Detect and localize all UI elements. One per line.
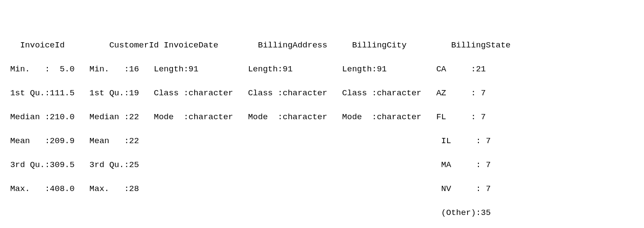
summary-row1-line2: Median :210.0 Median :22 Mode :character…: [5, 112, 496, 122]
summary-row1-line1: 1st Qu.:111.5 1st Qu.:19 Class :characte…: [5, 88, 496, 98]
summary-row1-headers: InvoiceId CustomerId InvoiceDate Billing…: [5, 40, 511, 50]
summary-row1-line4: 3rd Qu.:309.5 3rd Qu.:25 MA : 7: [5, 160, 501, 170]
summary-row1-line3: Mean :209.9 Mean :22 IL : 7: [5, 136, 501, 146]
summary-row1-line5: Max. :408.0 Max. :28 NV : 7: [5, 184, 501, 194]
summary-row1-line6: (Other):35: [5, 208, 501, 218]
summary-row1-line0: Min. : 5.0 Min. :16 Length:91 Length:91 …: [5, 64, 496, 74]
